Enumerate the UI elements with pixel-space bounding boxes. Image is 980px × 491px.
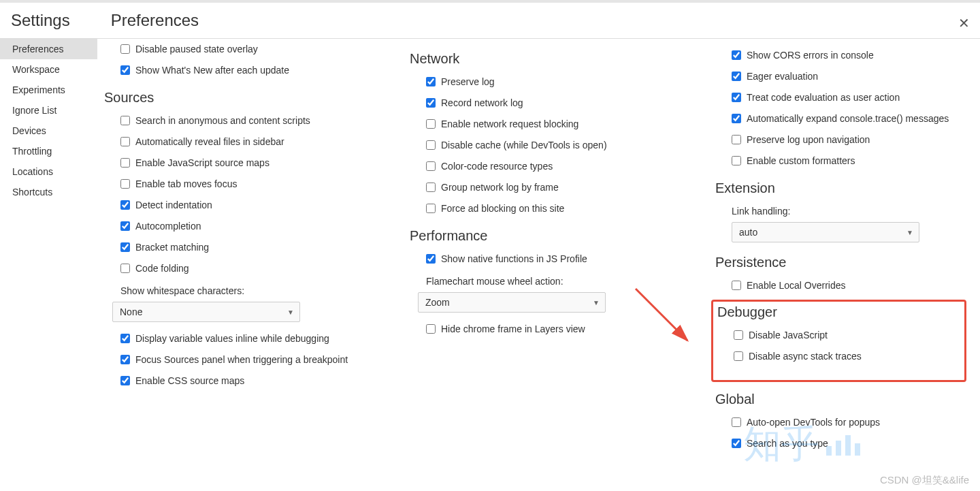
network-option-checkbox[interactable] — [426, 77, 436, 86]
chevron-down-icon: ▼ — [287, 308, 294, 316]
sources-option-label[interactable]: Automatically reveal files in sidebar — [135, 135, 284, 149]
network-option-label[interactable]: Color-code resource types — [441, 159, 553, 174]
network-option-field: Group network log by frame — [426, 180, 661, 195]
network-option-checkbox[interactable] — [426, 140, 436, 150]
debugger-option-field: Disable JavaScript — [734, 328, 964, 343]
whitespace-select-value: None — [120, 306, 142, 317]
watermark-bars-icon — [823, 431, 864, 458]
debugger-highlight: Debugger Disable JavaScriptDisable async… — [711, 300, 966, 382]
network-option-label[interactable]: Group network log by frame — [441, 180, 559, 195]
console-option-label[interactable]: Show CORS errors in console — [747, 48, 874, 63]
console-option-checkbox[interactable] — [732, 50, 741, 60]
hide-chrome-frame-label[interactable]: Hide chrome frame in Layers view — [441, 322, 585, 336]
enable-local-overrides-label[interactable]: Enable Local Overrides — [747, 279, 846, 293]
sidebar-item-preferences[interactable]: Preferences — [0, 39, 97, 59]
console-option-checkbox[interactable] — [732, 135, 741, 144]
network-option-checkbox[interactable] — [426, 119, 436, 129]
enable-local-overrides-checkbox[interactable] — [732, 281, 741, 290]
network-option-label[interactable]: Record network log — [441, 96, 523, 110]
chevron-down-icon: ▼ — [906, 229, 913, 236]
sources-option-checkbox[interactable] — [120, 179, 130, 189]
performance-native-label[interactable]: Show native functions in JS Profile — [441, 252, 587, 266]
appearance-option-label[interactable]: Show What's New after each update — [135, 63, 289, 78]
sources-option-label[interactable]: Autocompletion — [135, 219, 201, 234]
sidebar-item-label: Workspace — [12, 64, 60, 75]
sources-option-checkbox[interactable] — [120, 376, 130, 385]
sources-option-field: Detect indentation — [120, 198, 355, 212]
performance-native-checkbox[interactable] — [426, 254, 436, 264]
console-option-label[interactable]: Enable custom formatters — [747, 154, 855, 168]
network-option-label[interactable]: Disable cache (while DevTools is open) — [441, 138, 607, 153]
sources-option-label[interactable]: Display variable values inline while deb… — [135, 332, 329, 346]
debugger-option-checkbox[interactable] — [734, 351, 743, 361]
sources-option-label[interactable]: Enable tab moves focus — [135, 177, 237, 191]
network-option-checkbox[interactable] — [426, 183, 436, 192]
network-option-checkbox[interactable] — [426, 204, 436, 213]
sources-option-label[interactable]: Bracket matching — [135, 240, 209, 255]
whitespace-select[interactable]: None ▼ — [112, 302, 300, 322]
global-option-checkbox[interactable] — [732, 439, 741, 448]
sources-option-checkbox[interactable] — [120, 158, 130, 168]
sources-option-checkbox[interactable] — [120, 242, 130, 252]
sources-option-label[interactable]: Focus Sources panel when triggering a br… — [135, 353, 348, 367]
column-network-performance: Network Preserve logRecord network logEn… — [410, 39, 661, 481]
console-option-label[interactable]: Eager evaluation — [747, 69, 818, 84]
console-option-checkbox[interactable] — [732, 72, 741, 81]
network-option-checkbox[interactable] — [426, 98, 436, 108]
console-option-checkbox[interactable] — [732, 93, 741, 102]
sidebar-item-label: Devices — [12, 125, 46, 136]
sources-option-field: Bracket matching — [120, 240, 355, 255]
sidebar-item-experiments[interactable]: Experiments — [0, 80, 97, 100]
network-option-label[interactable]: Enable network request blocking — [441, 117, 578, 131]
flamechart-select-value: Zoom — [425, 297, 450, 308]
watermark: 知乎 — [743, 419, 864, 471]
link-handling-select-value: auto — [739, 227, 757, 238]
debugger-option-label[interactable]: Disable JavaScript — [749, 328, 828, 343]
sources-option-checkbox[interactable] — [120, 200, 130, 210]
global-option-checkbox[interactable] — [732, 417, 741, 427]
debugger-option-checkbox[interactable] — [734, 330, 743, 340]
console-option-checkbox[interactable] — [732, 114, 741, 123]
sources-option-label[interactable]: Enable CSS source maps — [135, 374, 244, 388]
appearance-option-checkbox[interactable] — [120, 65, 130, 75]
network-option-field: Preserve log — [426, 75, 661, 89]
link-handling-select[interactable]: auto ▼ — [732, 222, 919, 242]
sidebar-item-workspace[interactable]: Workspace — [0, 59, 97, 80]
svg-rect-3 — [845, 435, 851, 456]
network-option-checkbox[interactable] — [426, 161, 436, 171]
sources-option-label[interactable]: Enable JavaScript source maps — [135, 156, 270, 170]
appearance-option-field: Disable paused state overlay — [120, 42, 355, 57]
sources-option-checkbox[interactable] — [120, 334, 130, 343]
sidebar-item-locations[interactable]: Locations — [0, 161, 97, 182]
console-option-label[interactable]: Preserve log upon navigation — [747, 133, 870, 147]
console-option-label[interactable]: Automatically expand console.trace() mes… — [747, 112, 949, 126]
console-option-field: Enable custom formatters — [732, 154, 966, 168]
console-option-field: Show CORS errors in console — [732, 48, 966, 63]
sources-option-checkbox[interactable] — [120, 221, 130, 231]
sources-option-label[interactable]: Detect indentation — [135, 198, 212, 212]
debugger-option-label[interactable]: Disable async stack traces — [749, 349, 862, 364]
flamechart-select[interactable]: Zoom ▼ — [418, 292, 606, 313]
sidebar-item-devices[interactable]: Devices — [0, 121, 97, 141]
console-option-checkbox[interactable] — [732, 156, 741, 165]
close-button[interactable]: ✕ — [957, 16, 970, 30]
sources-option-label[interactable]: Search in anonymous and content scripts — [135, 114, 310, 128]
hide-chrome-frame-checkbox[interactable] — [426, 324, 436, 334]
network-option-label[interactable]: Preserve log — [441, 75, 495, 89]
sources-option-checkbox[interactable] — [120, 355, 130, 364]
sidebar-item-ignore-list[interactable]: Ignore List — [0, 100, 97, 121]
appearance-option-label[interactable]: Disable paused state overlay — [135, 42, 258, 57]
appearance-option-checkbox[interactable] — [120, 44, 130, 54]
sidebar-item-shortcuts[interactable]: Shortcuts — [0, 182, 97, 202]
console-option-field: Eager evaluation — [732, 69, 966, 84]
network-option-field: Record network log — [426, 96, 661, 110]
network-option-label[interactable]: Force ad blocking on this site — [441, 202, 564, 216]
sources-option-checkbox[interactable] — [120, 116, 130, 125]
sources-option-checkbox[interactable] — [120, 264, 130, 273]
sources-option-label[interactable]: Code folding — [135, 262, 189, 276]
close-icon: ✕ — [958, 16, 970, 31]
sources-option-checkbox[interactable] — [120, 137, 130, 146]
sources-option-field: Enable CSS source maps — [120, 374, 355, 388]
sidebar-item-throttling[interactable]: Throttling — [0, 141, 97, 161]
console-option-label[interactable]: Treat code evaluation as user action — [747, 91, 900, 105]
